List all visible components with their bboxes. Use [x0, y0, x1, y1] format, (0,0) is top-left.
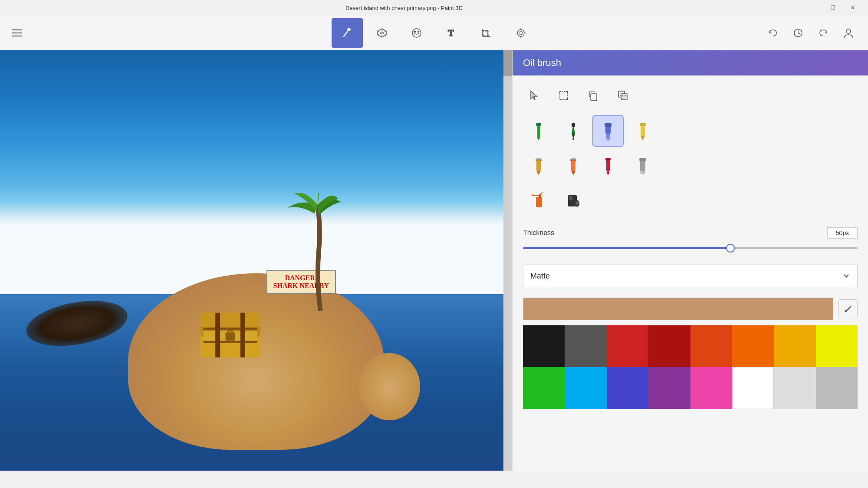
select-tool-button[interactable] — [523, 84, 546, 107]
thickness-label-row: Thickness 50px — [523, 227, 858, 239]
svg-point-73 — [542, 192, 542, 193]
svg-marker-50 — [605, 138, 611, 141]
paste-tool-button[interactable] — [612, 84, 634, 107]
svg-point-77 — [845, 310, 847, 312]
toolbar-center: T — [332, 18, 536, 48]
tool-crop[interactable] — [470, 18, 502, 48]
color-medium-gray[interactable] — [816, 367, 858, 409]
current-color-swatch[interactable] — [523, 298, 833, 320]
window-controls: ─ ❐ ✕ — [803, 0, 863, 16]
color-purple[interactable] — [648, 367, 690, 409]
svg-text:T: T — [448, 28, 454, 38]
svg-point-6 — [414, 31, 416, 32]
brush-crayon[interactable] — [627, 115, 658, 147]
minimize-button[interactable]: ─ — [803, 0, 823, 16]
svg-rect-53 — [640, 123, 646, 126]
scroll-area[interactable] — [503, 50, 512, 471]
thickness-slider[interactable] — [523, 243, 858, 253]
color-green[interactable] — [523, 367, 565, 409]
region-select-button[interactable] — [552, 84, 575, 107]
svg-point-46 — [572, 138, 574, 140]
color-white[interactable] — [732, 367, 774, 409]
brush-pen[interactable] — [558, 115, 589, 147]
tool-selection-row — [513, 75, 868, 111]
panel-title: Oil brush — [523, 57, 561, 68]
toolbar: T — [0, 16, 868, 50]
svg-marker-59 — [571, 171, 575, 175]
brush-pencil2[interactable] — [558, 150, 589, 181]
eyedropper-button[interactable] — [838, 299, 858, 318]
history-button[interactable] — [787, 18, 809, 48]
brush-marker-green[interactable] — [523, 115, 554, 147]
color-pink[interactable] — [690, 367, 732, 409]
color-cyan[interactable] — [565, 367, 606, 409]
tool-text[interactable]: T — [436, 18, 467, 48]
brush-grid — [513, 111, 868, 223]
svg-marker-55 — [536, 171, 541, 175]
color-black[interactable] — [523, 325, 565, 367]
color-red[interactable] — [607, 325, 648, 367]
color-light-gray[interactable] — [774, 367, 815, 409]
brush-marker-red[interactable] — [592, 150, 624, 181]
svg-point-72 — [542, 195, 543, 196]
brush-oil[interactable] — [592, 115, 624, 147]
svg-rect-45 — [572, 123, 575, 127]
color-orange-red[interactable] — [690, 325, 732, 367]
restore-button[interactable]: ❐ — [823, 0, 843, 16]
palm-tree — [282, 193, 353, 311]
window-title: Desert island with chest primary.png - P… — [5, 5, 803, 11]
right-panel: Oil brush — [512, 50, 868, 471]
matte-section: Matte — [513, 258, 868, 294]
tool-effects[interactable] — [505, 18, 536, 48]
close-button[interactable]: ✕ — [843, 0, 863, 16]
svg-marker-42 — [537, 137, 540, 141]
ocean-top — [0, 50, 512, 294]
svg-rect-66 — [639, 158, 646, 161]
thickness-label: Thickness — [523, 229, 554, 237]
matte-dropdown[interactable]: Matte — [523, 265, 858, 287]
undo-button[interactable] — [762, 18, 784, 48]
color-yellow[interactable] — [816, 325, 858, 367]
color-amber[interactable] — [774, 325, 815, 367]
dropdown-chevron-icon — [842, 272, 850, 280]
tool-3d-shapes[interactable] — [366, 18, 398, 48]
color-dark-gray[interactable] — [565, 325, 606, 367]
svg-rect-69 — [539, 194, 541, 198]
brush-fill[interactable] — [558, 185, 589, 216]
thickness-value[interactable]: 50px — [827, 227, 858, 239]
slider-thumb[interactable] — [726, 244, 735, 252]
color-blue[interactable] — [607, 367, 648, 409]
toolbar-left — [0, 24, 26, 42]
color-dark-red[interactable] — [648, 325, 690, 367]
svg-marker-63 — [606, 172, 610, 175]
svg-point-10 — [517, 29, 524, 36]
brush-pencil[interactable] — [523, 150, 554, 181]
hamburger-button[interactable] — [9, 24, 26, 42]
redo-button[interactable] — [812, 18, 834, 48]
copy-tool-button[interactable] — [582, 84, 605, 107]
color-palette-row2 — [523, 367, 858, 409]
svg-rect-49 — [606, 134, 610, 138]
svg-point-76 — [576, 202, 579, 204]
tool-stickers[interactable] — [401, 18, 432, 48]
island-small — [358, 353, 420, 420]
canvas-area[interactable]: DANGER!SHARK NEARBY — [0, 50, 512, 471]
svg-marker-52 — [641, 136, 645, 141]
svg-rect-26 — [226, 333, 235, 341]
account-button[interactable] — [838, 18, 859, 48]
svg-rect-68 — [536, 197, 542, 207]
svg-rect-22 — [204, 341, 257, 344]
svg-rect-20 — [201, 313, 260, 328]
brush-spray[interactable] — [523, 185, 554, 216]
svg-rect-57 — [536, 158, 541, 160]
tool-brushes[interactable] — [332, 18, 363, 48]
svg-rect-27 — [560, 92, 568, 99]
eyedropper-icon — [843, 304, 853, 314]
svg-point-0 — [348, 28, 350, 31]
color-orange[interactable] — [732, 325, 774, 367]
svg-rect-36 — [591, 94, 597, 101]
svg-point-7 — [418, 31, 419, 32]
matte-label: Matte — [530, 272, 550, 281]
scroll-thumb[interactable] — [503, 50, 512, 76]
brush-eraser[interactable] — [627, 150, 658, 181]
